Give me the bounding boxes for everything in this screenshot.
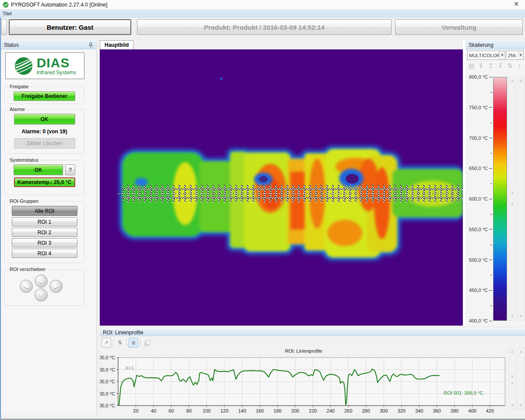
scale-max-down-icon[interactable]: ↧ xyxy=(497,62,504,69)
zaehler-loeschen-button[interactable]: Zähler Löschen xyxy=(14,138,75,149)
window-titlebar: PYROSOFT Automation 2.27.4.0 [Online] ✕ xyxy=(0,0,525,10)
freigabe-bediener-button[interactable]: Freigabe Bediener xyxy=(14,91,75,101)
roi-button-1[interactable]: ROI 1 xyxy=(12,217,77,226)
alarme-count: Alarme: 0 (von 19) xyxy=(5,128,84,135)
arrow-down-icon[interactable]: ∨ xyxy=(518,403,524,407)
window-left-edge xyxy=(0,17,1,420)
roi-button-alle[interactable]: Alle ROI xyxy=(12,206,77,216)
arrow-down-icon[interactable]: ∨ xyxy=(509,313,515,318)
move-up-button[interactable]: ▲ xyxy=(35,274,48,288)
roi-button-2[interactable]: ROI 2 xyxy=(12,228,77,237)
window-title: PYROSOFT Automation 2.27.4.0 [Online] xyxy=(11,2,108,8)
scale-expand-icon[interactable]: ⇕ xyxy=(478,62,484,69)
svg-text:600,0 °C: 600,0 °C xyxy=(100,379,115,384)
benutzer-button[interactable]: Benutzer: Gast xyxy=(9,19,131,35)
svg-text:420: 420 xyxy=(486,408,494,413)
arrow-up-icon[interactable]: ∧ xyxy=(509,201,515,206)
roi-verschieben-group: ROI verschieben ▲ ◀ ▶ ▼ xyxy=(4,267,84,306)
palette-dropdown[interactable]: MULTICOLOR ▼ xyxy=(467,51,505,60)
svg-text:200: 200 xyxy=(291,408,299,413)
svg-text:120: 120 xyxy=(220,408,228,413)
arrow-down-icon[interactable]: ∨ xyxy=(509,374,515,378)
list-view-icon[interactable]: ≣ xyxy=(129,338,138,347)
linienprofile-header: ROI: Linienprofile xyxy=(100,329,525,336)
svg-text:140: 140 xyxy=(238,408,246,413)
move-left-button[interactable]: ◀ xyxy=(20,280,33,293)
skalierung-panel-title: Skalierung xyxy=(469,42,494,48)
top-button-row: Benutzer: Gast Produkt: Produkt / 2016-0… xyxy=(0,17,525,40)
colorbar xyxy=(493,77,507,321)
scale-labels: 800,0 °C750,0 °C700,0 °C650,0 °C600,0 °C… xyxy=(466,77,492,321)
roi-measurement-band[interactable] xyxy=(117,185,463,202)
arrow-up-icon[interactable]: ∧ xyxy=(518,78,524,83)
hot-pixel xyxy=(220,77,223,80)
popout-icon[interactable]: ↗ xyxy=(102,338,111,347)
verwaltung-button[interactable]: Verwaltung xyxy=(395,19,523,35)
systemstatus-help-button[interactable]: ? xyxy=(65,164,75,175)
produkt-button[interactable]: Produkt: Produkt / 2016-03-09 14:52:14 xyxy=(137,19,392,35)
status-panel-title: Status xyxy=(4,42,19,48)
tab-hauptbild[interactable]: Hauptbild xyxy=(100,40,133,50)
svg-text:380: 380 xyxy=(451,408,458,413)
status-panel-header: Status xyxy=(1,40,96,49)
panel-collapse-button[interactable] xyxy=(1,19,7,35)
arrow-down-icon[interactable]: ∨ xyxy=(509,190,515,195)
titel-bar: Titel xyxy=(0,10,525,17)
svg-text:160: 160 xyxy=(256,408,264,413)
levels-value: 256 xyxy=(507,53,518,58)
chart-scale-scrollbar[interactable]: ∧ ∨ ∧ ∨ xyxy=(509,348,516,409)
linienprofile-toolbar: ↗ ⇅ ≣ xyxy=(102,337,152,348)
scale-properties-icon[interactable]: ▤ xyxy=(468,62,475,69)
scale-compress-icon[interactable]: ⇅ xyxy=(507,62,513,69)
toolbar-separator xyxy=(113,339,113,346)
autoscale-icon[interactable]: ⇅ xyxy=(115,338,125,347)
arrow-down-icon[interactable]: ∨ xyxy=(518,313,524,318)
freigabe-label: Freigabe xyxy=(8,84,30,89)
scale-min-scrollbar[interactable]: ∧ ∨ xyxy=(518,77,525,321)
svg-text:80: 80 xyxy=(186,408,192,413)
kameratemp-button[interactable]: Kameratemp.: 25,0 °C xyxy=(14,177,75,187)
systemstatus-label: Systemstatus xyxy=(8,157,40,163)
systemstatus-group: Systemstatus OK ? Kameratemp.: 25,0 °C xyxy=(4,157,84,195)
scale-auto-icon[interactable]: ↕ xyxy=(516,62,523,69)
svg-text:340: 340 xyxy=(415,408,423,413)
alarme-group: Alarme OK Alarme: 0 (von 19) Zähler Lösc… xyxy=(4,107,84,154)
pin-icon[interactable] xyxy=(88,42,93,48)
arrow-up-icon[interactable]: ∧ xyxy=(509,78,515,83)
levels-dropdown[interactable]: 256 ▼ xyxy=(506,51,524,60)
roi-verschieben-label: ROI verschieben xyxy=(8,267,47,272)
copy-icon[interactable] xyxy=(142,338,152,347)
dias-brand: DIAS xyxy=(37,56,77,69)
move-right-button[interactable]: ▶ xyxy=(49,280,63,293)
svg-text:40: 40 xyxy=(151,408,156,413)
arrow-up-icon[interactable]: ∧ xyxy=(518,349,524,354)
chart-scroll-scrollbar[interactable]: ∧ ∨ xyxy=(518,348,525,409)
close-icon[interactable]: ✕ xyxy=(514,0,519,7)
arrow-up-icon[interactable]: ∧ xyxy=(509,349,515,354)
scale-max-scrollbar[interactable]: ∧ ∨ ∧ ∨ xyxy=(509,77,516,321)
line-profile-chart[interactable]: 2040608010012014016018020022024026028030… xyxy=(100,348,508,415)
roi-gruppen-label: ROI-Gruppen xyxy=(8,198,40,204)
arrow-down-icon[interactable]: ∨ xyxy=(509,403,515,407)
skalierung-toolbar: ▤ ⇕ ↥ ↧ ⇅ ↕ xyxy=(468,62,523,69)
app-icon xyxy=(3,2,9,8)
svg-text:20: 20 xyxy=(133,408,138,413)
move-down-button[interactable]: ▼ xyxy=(35,288,48,302)
svg-text:180: 180 xyxy=(273,408,281,413)
svg-text:60: 60 xyxy=(168,408,174,413)
svg-text:240: 240 xyxy=(327,408,335,413)
scale-min-up-icon[interactable]: ↥ xyxy=(487,62,494,69)
svg-text:280: 280 xyxy=(362,408,370,413)
arrow-up-icon[interactable]: ∧ xyxy=(509,381,515,385)
systemstatus-ok-indicator[interactable]: OK xyxy=(14,164,63,175)
roi-button-4[interactable]: ROI 4 xyxy=(12,249,77,258)
svg-text:700,0 °C: 700,0 °C xyxy=(100,367,115,372)
svg-text:220: 220 xyxy=(309,408,317,413)
main-tabbar: Hauptbild xyxy=(100,40,463,49)
svg-text:300: 300 xyxy=(380,408,388,413)
linienprofile-panel: ROI: Linienprofile ↗ ⇅ ≣ ROI: Linienprof… xyxy=(100,329,525,415)
alarme-ok-indicator[interactable]: OK xyxy=(14,114,75,125)
roi-button-3[interactable]: ROI 3 xyxy=(12,238,77,247)
thermal-image[interactable] xyxy=(100,49,463,326)
chevron-down-icon: ▼ xyxy=(518,51,523,59)
